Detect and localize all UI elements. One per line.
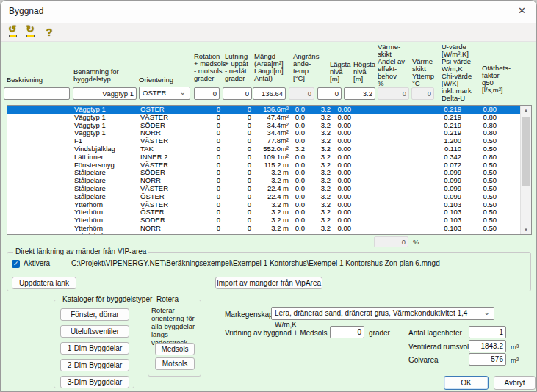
table-row[interactable]: Lätt innerINNER 200109.1m²0.03.20.000.34…	[7, 153, 521, 161]
percent-field: 0	[374, 236, 408, 247]
cell-u_varde: 0.110	[426, 145, 461, 153]
catalog-button-5[interactable]: 3-Dim Byggdelar	[60, 376, 129, 388]
ok-button[interactable]: OK	[444, 376, 489, 390]
cell-orientering: TAK	[140, 145, 154, 153]
golvarea-input[interactable]: 576	[469, 353, 506, 366]
catalog-button-4[interactable]: 2-Dim Byggdelar	[60, 359, 129, 371]
scrollbar-thumb[interactable]	[522, 117, 530, 186]
cell-andel: 0.00	[323, 193, 351, 201]
cell-otathet: 0.50	[470, 193, 497, 201]
cell-orientering: INNER 2	[140, 153, 167, 161]
lutning-input[interactable]	[223, 87, 252, 100]
undo-icon[interactable]: ↺	[5, 25, 20, 40]
orientering-select-value: ÖSTER	[143, 89, 167, 97]
table-row[interactable]: TakvinkelSÖDER006.0 m0.00.00.000.2300.50	[7, 233, 521, 235]
cell-otathet: 0.50	[470, 233, 497, 235]
chevron-down-icon: ⌄	[484, 307, 490, 319]
mangd-input[interactable]	[253, 87, 286, 100]
scroll-up-icon[interactable]: ▲	[521, 108, 531, 112]
cell-benamning: Ytterhörn	[74, 225, 103, 233]
vertical-scrollbar[interactable]: ▲ ▼	[520, 106, 531, 234]
lagsta-niva-input[interactable]	[317, 87, 342, 100]
cell-andel: 0.00	[323, 185, 351, 193]
cell-otathet: 0.80	[470, 106, 497, 114]
aktivera-label: Aktivera	[24, 259, 50, 267]
table-row[interactable]: StålpelareÖSTER0022.4 m0.03.20.000.0990.…	[7, 193, 521, 201]
cell-lagsta: 0.0	[279, 225, 305, 233]
cell-benamning: Vindsbjälklag	[74, 145, 115, 153]
cell-orientering: SÖDER	[140, 233, 165, 235]
varmeskikt-yttemp-input	[411, 87, 434, 100]
cell-andel: 0.00	[323, 233, 351, 235]
cancel-button[interactable]: Avbryt	[494, 376, 536, 390]
rotate-group-title: Rotera	[154, 295, 181, 303]
table-rows: Väggtyp 1ÖSTER00136.6m²0.03.20.000.2190.…	[7, 106, 521, 235]
cell-benamning: Stålpelare	[74, 185, 106, 193]
cell-rotation: 0	[187, 208, 220, 217]
cell-u_varde: 0.230	[426, 233, 461, 235]
cell-rotation: 0	[187, 145, 220, 153]
help-icon[interactable]: ?	[42, 25, 57, 40]
toolbar: ↺ ↻ ?	[1, 23, 536, 42]
titlebar: Byggnad ✕	[1, 1, 536, 23]
cell-otathet: 0.50	[470, 185, 497, 193]
cell-rotation: 0	[187, 129, 220, 137]
text-caret	[7, 90, 7, 98]
cell-andel: 0.00	[323, 225, 351, 233]
ventilerad-rumsvolym-input[interactable]: 1843.2	[469, 340, 506, 352]
medsols-button[interactable]: Medsols	[155, 343, 195, 355]
beskrivning-input[interactable]	[4, 87, 70, 100]
benamning-input[interactable]	[73, 87, 137, 100]
cell-lagsta: 3.2	[279, 145, 305, 153]
rotate-group: Rotera Roterar orientering för alla bygg…	[148, 300, 201, 377]
markegenskaper-select[interactable]: Lera, dränerad sand, dränerat grus, Värm…	[271, 307, 494, 320]
cell-u_varde: 0.219	[426, 106, 461, 114]
hogsta-niva-input[interactable]	[344, 87, 375, 100]
angransande-temp-input	[289, 87, 314, 100]
catalog-button-3[interactable]: 1-Dim Byggdelar	[60, 342, 129, 355]
golvarea-unit: m²	[511, 356, 519, 364]
golvarea-label: Golvarea	[408, 356, 439, 364]
dialog-title: Byggnad	[9, 6, 43, 16]
linked-file-path: C:\Projekt\VIPENERGY.NET\Beräkningsexemp…	[71, 259, 440, 267]
rotation-input[interactable]	[194, 87, 220, 100]
dialog-body: Beskrivning Benämning för byggdelstyp Or…	[1, 42, 536, 392]
table-row[interactable]: Väggtyp 1VÄSTER0047.4m²0.03.20.000.2190.…	[7, 114, 521, 122]
motsols-button[interactable]: Motsols	[155, 357, 195, 370]
orientering-select[interactable]: ÖSTER ⌄	[139, 87, 190, 100]
cell-benamning: Väggtyp 1	[74, 114, 106, 122]
import-quantities-button[interactable]: Import av mängder från VipArea	[215, 277, 322, 289]
cell-otathet: 0.80	[470, 153, 497, 161]
close-icon[interactable]: ✕	[518, 5, 526, 16]
cell-otathet: 0.80	[470, 114, 497, 122]
catalog-button-1[interactable]: Fönster, dörrar	[60, 308, 129, 321]
redo-icon[interactable]: ↻	[23, 25, 37, 40]
antal-lagenheter-label: Antal lägenheter	[408, 329, 462, 337]
cell-orientering: ÖSTER	[140, 193, 165, 201]
cell-rotation: 0	[187, 137, 220, 145]
cell-benamning: Väggtyp 1	[74, 106, 106, 114]
percent-unit-label: %	[413, 238, 419, 246]
scroll-down-icon[interactable]: ▼	[521, 228, 531, 232]
column-header-varmeskikt-yttemp: Värme- skikt Yttemp °C	[412, 58, 435, 87]
cell-lagsta: 0.0	[279, 233, 305, 235]
column-header-lutning: Lutning + uppåt - nedåt grader	[225, 53, 248, 82]
link-group: Direkt länkning av mänder från VIP-area …	[7, 252, 531, 291]
update-link-button[interactable]: Uppdatera länk	[12, 277, 76, 289]
cell-rotation: 0	[187, 201, 220, 209]
catalog-button-2[interactable]: Uteluftsventiler	[60, 325, 129, 338]
cell-rotation: 0	[187, 161, 220, 170]
vridning-input[interactable]: 0	[330, 326, 364, 338]
column-header-varmeskikt-andel: Värme- skikt Andel av effekt- behov %	[378, 43, 405, 87]
cell-orientering: VÄSTER	[140, 114, 168, 122]
cell-u_varde: 0.219	[426, 114, 461, 122]
column-header-mangd: Mängd (Area[m²] Längd[m] Antal)	[254, 53, 284, 82]
cell-rotation: 0	[187, 233, 220, 235]
link-group-title: Direkt länkning av mänder från VIP-area	[13, 247, 148, 255]
antal-lagenheter-input[interactable]: 1	[469, 326, 506, 338]
byggdel-table: Väggtyp 1ÖSTER00136.6m²0.03.20.000.2190.…	[7, 105, 532, 235]
cell-lagsta: 0.0	[279, 114, 305, 122]
vridning-label: Vridning av byggnad + Medsols	[225, 329, 327, 337]
aktivera-checkbox[interactable]: ✓	[12, 260, 20, 268]
column-header-lagsta-niva: Lägsta nivå [m]	[330, 61, 351, 83]
